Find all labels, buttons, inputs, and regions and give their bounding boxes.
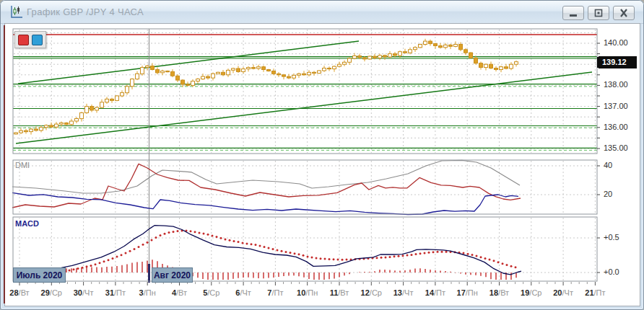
date-axis-label: 3/Пн [139,288,156,297]
price-axis-label: 137.00 [604,102,628,110]
date-axis-label: 30/Чт [74,288,94,297]
date-axis-label: 19/Ср [521,288,541,297]
macd-panel-label: MACD [15,219,39,228]
red-marker-button[interactable] [18,35,29,45]
date-axis-label: 5/Ср [203,288,219,297]
date-axis-label: 29/Ср [41,288,62,297]
date-axis-label: 6/Чт [235,288,251,297]
date-axis-label: 7/Пт [267,288,283,297]
date-axis-label: 13/Чт [393,288,414,297]
dmi-axis-label: 20 [604,190,612,198]
date-axis-label: 10/Пн [297,288,318,297]
dmi-panel-label: DMI [15,161,30,169]
blue-marker-button[interactable] [32,35,43,45]
date-axis-label: 21/Пт [585,288,605,297]
chart-window: График GBP /JPY 4 ЧАСА 140.00138.00137.0… [0,0,644,310]
chart-toolbar [14,31,46,48]
date-axis-label: 31/Пт [105,288,126,297]
price-axis-label: 140.00 [604,38,628,47]
date-axis-label: 4/Вт [172,288,187,297]
price-axis-label: 138.00 [604,80,628,89]
macd-axis-label: +0.5 [604,233,619,242]
month-label-july: Июль 2020 [13,267,66,283]
date-axis-label: 14/Пт [425,288,445,297]
dmi-axis-label: 40 [604,161,612,169]
date-axis-label: 18/Вт [489,288,509,297]
current-price-badge: 139.12 [599,56,637,68]
price-axis-label: 136.00 [604,123,628,131]
month-label-august: Авг 2020 [152,267,193,283]
price-axis-label: 135.00 [604,143,628,152]
date-axis-label: 20/Чт [553,288,573,297]
date-axis-label: 17/Пн [457,288,478,297]
chart-canvas[interactable] [0,0,644,310]
macd-axis-label: +0.0 [604,267,619,276]
date-axis-label: 11/Вт [330,288,349,297]
date-axis-label: 28/Вт [9,288,29,297]
date-axis-label: 12/Ср [361,288,382,297]
